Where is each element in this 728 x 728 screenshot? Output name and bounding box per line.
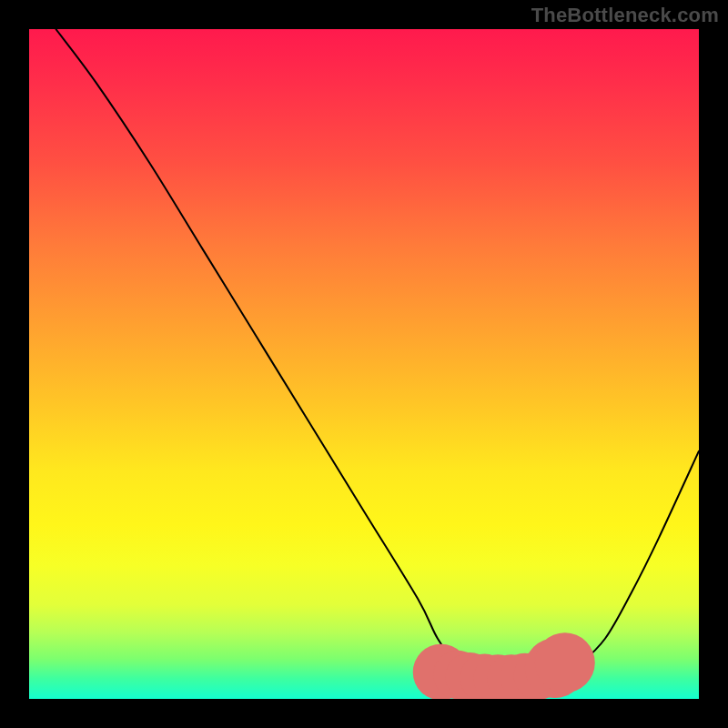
watermark-text: TheBottleneck.com bbox=[531, 4, 719, 27]
marker-dot bbox=[535, 632, 595, 693]
chart-frame: TheBottleneck.com bbox=[0, 0, 728, 728]
bottleneck-curve-line bbox=[56, 29, 699, 686]
curve-svg bbox=[29, 29, 699, 699]
plot-area bbox=[29, 29, 699, 699]
